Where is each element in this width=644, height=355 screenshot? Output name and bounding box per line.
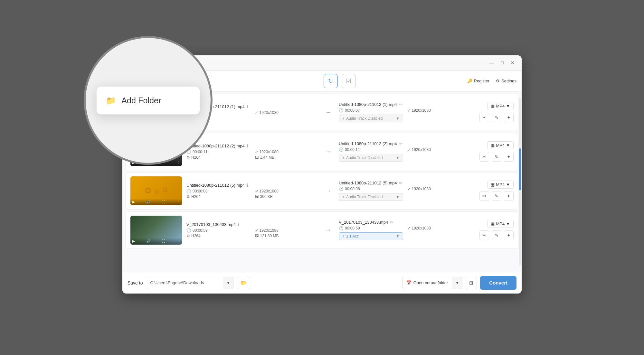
- format-text-2: MP4: [496, 143, 505, 148]
- footer-right: 📅 Open output folder ▼ ⊞ Convert: [402, 276, 516, 290]
- more-button-4[interactable]: ⋮: [176, 239, 180, 243]
- convert-arrow-icon: →: [325, 108, 332, 116]
- audio-icon-3: ♪: [342, 195, 344, 199]
- cut-button-2[interactable]: ✂: [479, 152, 489, 162]
- refresh-icon: ↻: [328, 78, 333, 85]
- info-icon-1[interactable]: ℹ: [247, 104, 248, 109]
- wand-button-4[interactable]: ✦: [504, 230, 514, 240]
- audio-icon-4: ♪: [342, 234, 344, 238]
- format-text-1: MP4: [496, 104, 505, 108]
- gear-icons: ⚙ ⚙ ⚙: [144, 186, 168, 196]
- action-icons-1: ✂ ✎ ✦: [479, 113, 514, 122]
- expand-icon-out-3: ⤢: [407, 187, 411, 191]
- format-badge-1[interactable]: ▦ MP4 ▼: [487, 102, 514, 110]
- edit-button-3[interactable]: ✎: [492, 191, 501, 201]
- format-col-2: ▦ MP4 ▼ ✂ ✎ ✦: [475, 141, 514, 162]
- file-resolution-2: ⤢ 1920x1080: [255, 150, 318, 154]
- volume-button-3[interactable]: 🔊: [146, 200, 151, 204]
- cut-button-1[interactable]: ✂: [479, 113, 489, 122]
- path-dropdown-button[interactable]: ▼: [223, 277, 233, 289]
- folder-icon: 📁: [106, 96, 116, 105]
- info-icon-4[interactable]: ℹ: [238, 222, 239, 227]
- save-to-label: Save to: [128, 280, 143, 285]
- play-button-4[interactable]: ▶: [132, 239, 135, 243]
- format-text-3: MP4: [496, 182, 505, 187]
- browse-folder-button[interactable]: 📁: [237, 277, 250, 289]
- edit-icon-3[interactable]: ✏: [399, 181, 402, 185]
- settings-button[interactable]: ⚙ Settings: [496, 79, 516, 83]
- toolbar-right: 🔑 Register ⚙ Settings: [467, 79, 516, 83]
- output-filename-1: Untitled-1080p-211012 (1).mp4: [339, 102, 397, 107]
- format-grid-icon-1: ▦: [491, 104, 495, 108]
- output-folder-wrapper: 📅 Open output folder ▼: [402, 277, 463, 289]
- convert-button[interactable]: Convert: [480, 276, 516, 290]
- add-folder-item[interactable]: 📁 Add Folder: [97, 90, 200, 111]
- file-size-4: 🖫 121.89 MB: [255, 234, 318, 238]
- input-filename-3: Untitled-1080p-211012 (5).mp4: [186, 183, 245, 188]
- file-resolution-1: ⤢ 1920x1080: [255, 110, 318, 115]
- output-info-3: Untitled-1080p-211012 (5).mp4 ✏ 🕐 00:00:…: [339, 181, 470, 201]
- add-folder-label: Add Folder: [121, 96, 161, 105]
- info-icon-3[interactable]: ℹ: [247, 183, 248, 188]
- output-folder-dropdown-button[interactable]: ▼: [452, 277, 462, 289]
- audio-track-select-1[interactable]: ♪ Audio Track Disabled ▼: [339, 115, 403, 122]
- format-grid-icon-3: ▦: [491, 182, 495, 187]
- minimize-button[interactable]: —: [488, 60, 496, 66]
- scrollbar-track[interactable]: [519, 98, 521, 266]
- maximize-button[interactable]: □: [499, 60, 506, 66]
- check-button[interactable]: ☑: [342, 74, 356, 88]
- footer: Save to ▼ 📁 📅 Open output folder ▼ ⊞: [122, 272, 522, 294]
- register-button[interactable]: 🔑 Register: [467, 79, 489, 83]
- storage-icon-2: 🖫: [255, 155, 259, 160]
- gear-icon-large: ⚙: [144, 186, 152, 196]
- wand-button-1[interactable]: ✦: [504, 113, 514, 122]
- output-filename-4: V_20170103_130433.mp4: [339, 220, 388, 225]
- out-duration-1: 🕐 00:00:07: [339, 108, 402, 113]
- edit-icon-4[interactable]: ✏: [390, 220, 393, 225]
- output-filename-2: Untitled-1080p-211012 (2).mp4: [339, 141, 397, 146]
- output-filename-3: Untitled-1080p-211012 (5).mp4: [339, 181, 397, 185]
- edit-button-1[interactable]: ✎: [492, 113, 501, 122]
- audio-track-label-1: Audio Track Disabled: [346, 116, 383, 121]
- title-bar-right: — □ ✕: [488, 60, 516, 66]
- volume-button-4[interactable]: 🔊: [146, 239, 151, 243]
- edit-icon-2[interactable]: ✏: [399, 141, 402, 146]
- edit-button-4[interactable]: ✎: [492, 230, 501, 240]
- close-button[interactable]: ✕: [509, 60, 516, 66]
- open-output-folder-button[interactable]: 📅 Open output folder: [402, 277, 452, 289]
- format-badge-3[interactable]: ▦ MP4 ▼: [487, 181, 514, 189]
- refresh-button[interactable]: ↻: [324, 74, 338, 88]
- fullscreen-button-3[interactable]: ⛶: [162, 200, 165, 204]
- wand-button-2[interactable]: ✦: [504, 152, 514, 162]
- clock-icon-out-4: 🕐: [339, 226, 344, 230]
- save-path-input[interactable]: [146, 277, 223, 289]
- audio-track-select-2[interactable]: ♪ Audio Track Disabled ▼: [339, 154, 403, 162]
- codec-icon-3: ⚙: [186, 194, 190, 199]
- format-down-2: ▼: [506, 143, 510, 148]
- audio-track-select-4[interactable]: ♪ 1.1 Acc ▼: [339, 232, 403, 240]
- more-button-3[interactable]: ⋮: [176, 200, 180, 204]
- info-icon-2[interactable]: ℹ: [247, 144, 248, 148]
- wand-button-3[interactable]: ✦: [504, 191, 514, 201]
- file-resolution-3: ⤢ 1920x1080: [255, 189, 318, 193]
- format-badge-2[interactable]: ▦ MP4 ▼: [487, 141, 514, 149]
- edit-button-2[interactable]: ✎: [492, 152, 501, 162]
- table-row: ⚙ ⚙ ⚙ ▶ 🔊 ⛶ ⋮ Untitled-1080p-211012 (5).…: [126, 172, 518, 210]
- cut-button-3[interactable]: ✂: [479, 191, 489, 201]
- cut-button-4[interactable]: ✂: [479, 230, 489, 240]
- grid-view-button[interactable]: ⊞: [466, 277, 477, 289]
- arrow-col-4: →: [323, 226, 334, 234]
- fullscreen-button-4[interactable]: ⛶: [162, 239, 165, 243]
- format-badge-4[interactable]: ▦ MP4 ▼: [487, 220, 514, 228]
- expand-icon: ⤢: [255, 110, 258, 115]
- codec-icon-4: ⚙: [186, 234, 190, 238]
- out-duration-3: 🕐 00:00:08: [339, 187, 402, 191]
- expand-icon-out-4: ⤢: [407, 226, 411, 230]
- out-resolution-3: ⤢ 1920x1080: [407, 187, 471, 191]
- audio-track-select-3[interactable]: ♪ Audio Track Disabled ▼: [339, 193, 403, 201]
- clock-icon-out-3: 🕐: [339, 187, 344, 191]
- format-grid-icon-4: ▦: [491, 221, 495, 226]
- play-button-3[interactable]: ▶: [132, 200, 135, 204]
- scrollbar-thumb[interactable]: [519, 148, 521, 190]
- edit-icon-1[interactable]: ✏: [399, 102, 402, 107]
